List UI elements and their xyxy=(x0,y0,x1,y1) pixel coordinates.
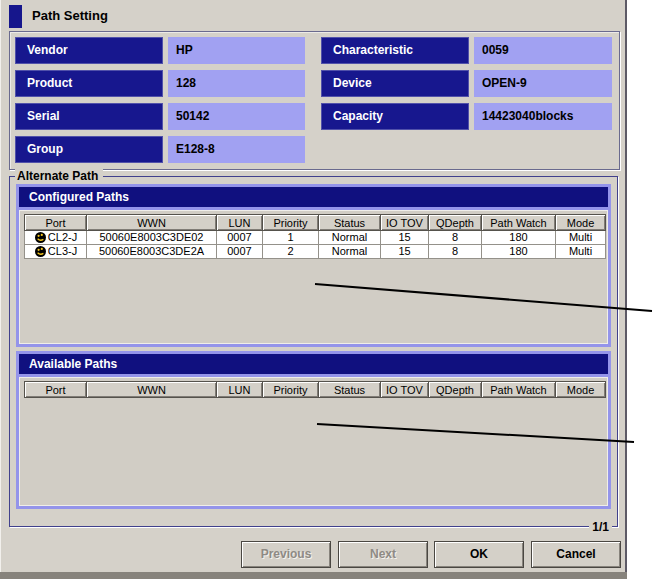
cell-port: CL3-J xyxy=(48,245,77,257)
available-paths-panel: Available Paths Port WWN LUN Priority St… xyxy=(16,351,611,509)
column-header-wwn[interactable]: WWN xyxy=(87,382,217,398)
column-header-qdepth[interactable]: QDepth xyxy=(429,215,482,231)
path-status-icon xyxy=(35,232,46,243)
cell-priority: 1 xyxy=(263,231,319,245)
path-status-icon xyxy=(35,246,46,257)
device-info-panel: Vendor HP Product 128 Serial 50142 Group… xyxy=(9,31,620,170)
column-header-path-watch[interactable]: Path Watch xyxy=(482,382,556,398)
cell-lun: 0007 xyxy=(217,231,263,245)
info-field-value: 50142 xyxy=(168,103,305,130)
info-field-label: Device xyxy=(321,70,469,97)
available-paths-table: Port WWN LUN Priority Status IO TOV QDep… xyxy=(24,381,606,398)
configured-paths-header: Configured Paths xyxy=(19,187,608,207)
info-field-value: 14423040blocks xyxy=(474,103,612,130)
column-header-mode[interactable]: Mode xyxy=(556,215,606,231)
info-field-label: Product xyxy=(15,70,163,97)
table-row[interactable]: CL2-J 50060E8003C3DE02 0007 1 Normal 15 … xyxy=(25,231,606,245)
page-indicator: 1/1 xyxy=(589,520,612,534)
cell-priority: 2 xyxy=(263,245,319,259)
previous-button[interactable]: Previous xyxy=(241,541,331,568)
cell-status: Normal xyxy=(319,231,381,245)
window-bottom-edge xyxy=(0,572,627,579)
cell-io-tov: 15 xyxy=(381,245,429,259)
info-field-label: Group xyxy=(15,136,163,163)
configured-paths-panel: Configured Paths Port WWN LUN Priority S… xyxy=(16,184,611,347)
available-paths-header: Available Paths xyxy=(19,354,608,374)
column-header-path-watch[interactable]: Path Watch xyxy=(482,215,556,231)
info-field-label: Serial xyxy=(15,103,163,130)
info-field-value: E128-8 xyxy=(168,136,305,163)
cell-wwn: 50060E8003C3DE02 xyxy=(87,231,217,245)
cell-path-watch: 180 xyxy=(482,245,556,259)
info-field-value: OPEN-9 xyxy=(474,70,612,97)
info-field-label: Vendor xyxy=(15,37,163,64)
cell-qdepth: 8 xyxy=(429,245,482,259)
configured-paths-table: Port WWN LUN Priority Status IO TOV QDep… xyxy=(24,214,606,259)
info-field-value: 128 xyxy=(168,70,305,97)
page-title: Path Setting xyxy=(32,8,108,23)
groupbox-legend: Alternate Path xyxy=(15,169,103,183)
column-header-priority[interactable]: Priority xyxy=(263,215,319,231)
column-header-port[interactable]: Port xyxy=(25,382,87,398)
ok-button[interactable]: OK xyxy=(434,541,524,568)
column-header-lun[interactable]: LUN xyxy=(217,215,263,231)
table-row[interactable]: CL3-J 50060E8003C3DE2A 0007 2 Normal 15 … xyxy=(25,245,606,259)
column-header-priority[interactable]: Priority xyxy=(263,382,319,398)
column-header-port[interactable]: Port xyxy=(25,215,87,231)
next-button[interactable]: Next xyxy=(338,541,428,568)
info-field-value: HP xyxy=(168,37,305,64)
column-header-io-tov[interactable]: IO TOV xyxy=(381,382,429,398)
cell-path-watch: 180 xyxy=(482,231,556,245)
cell-status: Normal xyxy=(319,245,381,259)
cell-io-tov: 15 xyxy=(381,231,429,245)
column-header-io-tov[interactable]: IO TOV xyxy=(381,215,429,231)
cell-lun: 0007 xyxy=(217,245,263,259)
info-field-label: Capacity xyxy=(321,103,469,130)
dialog-marker-icon xyxy=(9,5,22,28)
cell-qdepth: 8 xyxy=(429,231,482,245)
alternate-path-groupbox: Alternate Path 1/1 Configured Paths Port… xyxy=(9,176,618,527)
column-header-wwn[interactable]: WWN xyxy=(87,215,217,231)
cell-wwn: 50060E8003C3DE2A xyxy=(87,245,217,259)
column-header-lun[interactable]: LUN xyxy=(217,382,263,398)
cell-port: CL2-J xyxy=(48,231,77,243)
path-setting-dialog: Path Setting Vendor HP Product 128 Seria… xyxy=(0,0,627,572)
cell-mode: Multi xyxy=(556,245,606,259)
cell-mode: Multi xyxy=(556,231,606,245)
column-header-status[interactable]: Status xyxy=(319,215,381,231)
available-paths-table-area: Port WWN LUN Priority Status IO TOV QDep… xyxy=(19,377,608,506)
column-header-status[interactable]: Status xyxy=(319,382,381,398)
cancel-button[interactable]: Cancel xyxy=(531,541,621,568)
info-field-label: Characteristic xyxy=(321,37,469,64)
info-field-value: 0059 xyxy=(474,37,612,64)
configured-paths-table-area: Port WWN LUN Priority Status IO TOV QDep… xyxy=(19,210,608,344)
title-bar: Path Setting xyxy=(1,0,625,30)
column-header-qdepth[interactable]: QDepth xyxy=(429,382,482,398)
column-header-mode[interactable]: Mode xyxy=(556,382,606,398)
